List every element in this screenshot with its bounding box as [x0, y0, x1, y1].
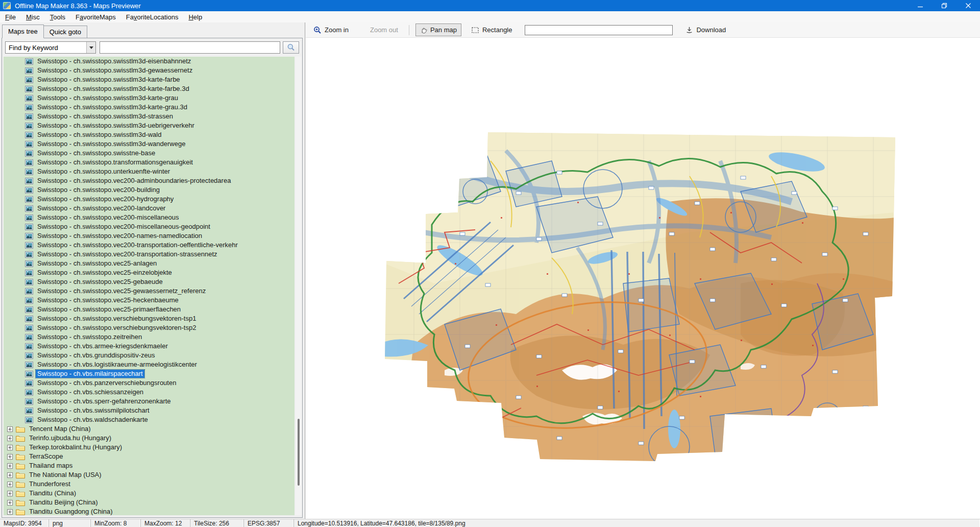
tree-item-map-layer[interactable]: Swisstopo - ch.swisstopo.vec25-einzelobj… [4, 268, 295, 277]
tree-item-map-layer[interactable]: Swisstopo - ch.swisstopo.vec200-transpor… [4, 250, 295, 259]
search-button[interactable] [283, 41, 299, 54]
folder-icon [16, 426, 25, 433]
app-icon [3, 2, 11, 9]
tree-item-map-layer[interactable]: Swisstopo - ch.swisstopo.vec25-anlagen [4, 259, 295, 268]
menu-item[interactable]: File [0, 12, 21, 22]
tree-item-folder[interactable]: Tianditu (China) [4, 489, 295, 498]
menu-item[interactable]: FavoriteMaps [70, 12, 121, 22]
tree-guide-line [29, 57, 30, 424]
menu-bar: File Misc Tools FavoriteMaps FavoriteLoc… [0, 11, 980, 22]
zoom-out-button[interactable]: Zoom out [365, 23, 403, 36]
restore-button[interactable] [932, 0, 956, 11]
pan-map-button[interactable]: Pan map [415, 23, 461, 36]
menu-item[interactable]: Help [183, 12, 207, 22]
tree-item-map-layer[interactable]: Swisstopo - ch.vbs.sperr-gefahrenzonenka… [4, 397, 295, 406]
tree-item-map-layer[interactable]: Swisstopo - ch.swisstopo.swisstlm3d-stra… [4, 112, 295, 121]
tree-item-map-layer[interactable]: Swisstopo - ch.vbs.logistikraeume-armeel… [4, 360, 295, 369]
tree-item-map-layer[interactable]: Swisstopo - ch.swisstopo.transformations… [4, 158, 295, 167]
tree-item-folder[interactable]: Tencent Map (China) [4, 424, 295, 434]
minimize-button[interactable] [908, 0, 932, 11]
tree-item-map-layer[interactable]: Swisstopo - ch.swisstopo.swisstlm3d-eise… [4, 57, 295, 66]
tree-item-map-layer[interactable]: Swisstopo - ch.swisstopo.vec200-landcove… [4, 204, 295, 213]
tree-item-map-layer[interactable]: Swisstopo - ch.swisstopo.swisstlm3d-wald [4, 130, 295, 139]
tree-item-label: Swisstopo - ch.swisstopo.unterkuenfte-wi… [36, 167, 172, 176]
tree-item-label: Swisstopo - ch.vbs.sperr-gefahrenzonenka… [36, 397, 173, 405]
tree-item-label: Terinfo.ujbuda.hu (Hungary) [28, 434, 113, 442]
tree-item-map-layer[interactable]: Swisstopo - ch.vbs.grunddispositiv-zeus [4, 351, 295, 360]
folder-icon [16, 444, 25, 451]
tree-item-map-layer[interactable]: Swisstopo - ch.swisstopo.swisstne-base [4, 149, 295, 158]
tree-guide-line [10, 424, 11, 515]
tree-item-label: Swisstopo - ch.swisstopo.zeitreihen [36, 333, 143, 341]
tree-item-map-layer[interactable]: Swisstopo - ch.swisstopo.vec25-heckenbae… [4, 296, 295, 305]
sidebar-tabs: Maps tree Quick goto [2, 25, 87, 38]
tree-item-map-layer[interactable]: Swisstopo - ch.swisstopo.vec200-miscella… [4, 222, 295, 231]
tree-scrollbar-thumb[interactable] [298, 419, 300, 485]
tree-item-label: Swisstopo - ch.swisstopo.vec25-gebaeude [36, 278, 164, 286]
statusbar-segment: MinZoom: 8 [91, 519, 141, 527]
tree-item-label: Terkep.torokbalint.hu (Hungary) [28, 443, 124, 451]
coordinates-input[interactable] [525, 25, 673, 35]
folder-icon [16, 490, 25, 497]
tree-item-label: Swisstopo - ch.swisstopo.swisstlm3d-kart… [36, 76, 182, 84]
tree-item-folder[interactable]: Tianditu Guangdong (China) [4, 507, 295, 515]
tab-maps-tree[interactable]: Maps tree [2, 25, 44, 38]
tree-item-folder[interactable]: The National Map (USA) [4, 470, 295, 480]
tree-item-label: Swisstopo - ch.vbs.schiessanzeigen [36, 388, 145, 396]
tree-item-map-layer[interactable]: Swisstopo - ch.swisstopo.swisstlm3d-kart… [4, 93, 295, 103]
tree-item-map-layer[interactable]: Swisstopo - ch.vbs.panzerverschiebungsro… [4, 378, 295, 388]
tree-item-label: Swisstopo - ch.swisstopo.swisstlm3d-wald [36, 131, 163, 139]
tree-item-map-layer[interactable]: Swisstopo - ch.swisstopo.vec25-primaerfl… [4, 305, 295, 314]
tree-item-folder[interactable]: Tianditu Beijing (China) [4, 498, 295, 507]
tree-item-label: Swisstopo - ch.swisstopo.swisstlm3d-gewa… [36, 66, 194, 75]
tree-item-map-layer[interactable]: Swisstopo - ch.swisstopo.vec25-gewaesser… [4, 286, 295, 296]
menu-item[interactable]: Misc [21, 12, 45, 22]
tree-item-map-layer[interactable]: Swisstopo - ch.swisstopo.swisstlm3d-wand… [4, 139, 295, 149]
rectangle-select-button[interactable]: Rectangle [467, 23, 517, 37]
tree-item-map-layer[interactable]: Swisstopo - ch.swisstopo.zeitreihen [4, 332, 295, 342]
tree-item-folder[interactable]: Thunderforest [4, 480, 295, 489]
menu-item[interactable]: Tools [45, 12, 70, 22]
search-input[interactable] [100, 41, 280, 54]
tree-item-map-layer[interactable]: Swisstopo - ch.swisstopo.swisstlm3d-gewa… [4, 66, 295, 75]
tree-item-map-layer[interactable]: Swisstopo - ch.swisstopo.swisstlm3d-uebr… [4, 121, 295, 130]
menu-item[interactable]: FavoriteLocations [121, 12, 184, 22]
zoom-in-button[interactable]: Zoom in [309, 23, 353, 37]
search-mode-dropdown[interactable]: Find by Keyword [5, 41, 96, 54]
tree-item-map-layer[interactable]: Swisstopo - ch.swisstopo.swisstlm3d-kart… [4, 103, 295, 112]
tree-item-map-layer[interactable]: Swisstopo - ch.swisstopo.vec200-names-na… [4, 231, 295, 241]
tree-item-label: Swisstopo - ch.vbs.panzerverschiebungsro… [36, 379, 178, 387]
tree-item-label: Swisstopo - ch.swisstopo.vec200-landcove… [36, 204, 167, 212]
tree-item-map-layer[interactable]: Swisstopo - ch.swisstopo.unterkuenfte-wi… [4, 167, 295, 176]
tree-item-folder[interactable]: TerraScope [4, 452, 295, 461]
tab-quick-goto[interactable]: Quick goto [44, 26, 87, 39]
tree-item-label: Swisstopo - ch.swisstopo.vec200-transpor… [36, 250, 219, 258]
tree-item-map-layer[interactable]: Swisstopo - ch.vbs.armee-kriegsdenkmaele… [4, 342, 295, 351]
tree-item-map-layer[interactable]: Swisstopo - ch.swisstopo.vec200-adminbou… [4, 176, 295, 185]
tree-item-folder[interactable]: Terkep.torokbalint.hu (Hungary) [4, 443, 295, 452]
tree-item-map-layer[interactable]: Swisstopo - ch.vbs.swissmilpilotschart [4, 406, 295, 415]
tree-item-map-layer[interactable]: Swisstopo - ch.swisstopo.vec200-hydrogra… [4, 195, 295, 204]
tree-item-folder[interactable]: Terinfo.ujbuda.hu (Hungary) [4, 434, 295, 443]
tree-item-map-layer[interactable]: Swisstopo - ch.vbs.schiessanzeigen [4, 388, 295, 397]
tree-item-folder[interactable]: Thailand maps [4, 461, 295, 470]
tree-item-map-layer[interactable]: Swisstopo - ch.swisstopo.vec200-building [4, 185, 295, 195]
tree-item-label: Swisstopo - ch.swisstopo.vec25-heckenbae… [36, 296, 180, 304]
tree-item-map-layer[interactable]: Swisstopo - ch.vbs.milairspacechart [4, 369, 295, 378]
tree-item-map-layer[interactable]: Swisstopo - ch.swisstopo.verschiebungsve… [4, 323, 295, 332]
map-panel: Zoom in Zoom out Pan map Rectangle Downl… [306, 22, 980, 519]
tree-item-map-layer[interactable]: Swisstopo - ch.swisstopo.verschiebungsve… [4, 314, 295, 323]
download-button[interactable]: Download [681, 23, 730, 36]
statusbar-segment: TileSize: 256 [190, 519, 244, 527]
tree-scrollbar[interactable] [296, 57, 302, 515]
chevron-down-icon[interactable] [86, 42, 95, 53]
tree-item-map-layer[interactable]: Swisstopo - ch.swisstopo.swisstlm3d-kart… [4, 75, 295, 84]
tree-item-map-layer[interactable]: Swisstopo - ch.swisstopo.vec200-transpor… [4, 241, 295, 250]
close-button[interactable] [956, 0, 980, 11]
title-bar: Offline Map Maker 8.363 - Maps Previewer [0, 0, 980, 11]
map-preview[interactable] [306, 38, 980, 519]
tree-item-map-layer[interactable]: Swisstopo - ch.swisstopo.swisstlm3d-kart… [4, 84, 295, 93]
tree-item-map-layer[interactable]: Swisstopo - ch.swisstopo.vec25-gebaeude [4, 277, 295, 286]
tree-item-map-layer[interactable]: Swisstopo - ch.swisstopo.vec200-miscella… [4, 213, 295, 222]
tree-item-map-layer[interactable]: Swisstopo - ch.vbs.waldschadenkarte [4, 415, 295, 424]
